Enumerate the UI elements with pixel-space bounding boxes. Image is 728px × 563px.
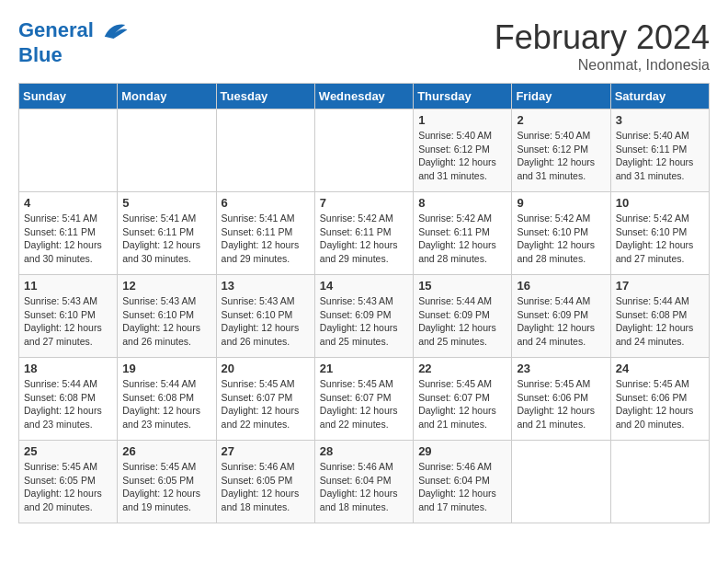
day-number: 25 [24,444,112,458]
calendar-cell [216,109,314,192]
day-info: Sunrise: 5:42 AM Sunset: 6:10 PM Dayligh… [517,212,605,266]
day-info: Sunrise: 5:44 AM Sunset: 6:08 PM Dayligh… [122,377,210,431]
day-info: Sunrise: 5:44 AM Sunset: 6:09 PM Dayligh… [517,294,605,349]
day-info: Sunrise: 5:45 AM Sunset: 6:07 PM Dayligh… [222,377,310,431]
logo: General Blue [18,18,129,66]
day-number: 20 [222,362,310,375]
calendar-cell: 20Sunrise: 5:45 AM Sunset: 6:07 PM Dayli… [216,358,314,441]
day-number: 15 [418,279,506,293]
day-info: Sunrise: 5:44 AM Sunset: 6:09 PM Dayligh… [418,294,506,349]
day-number: 14 [320,279,408,293]
day-info: Sunrise: 5:45 AM Sunset: 6:05 PM Dayligh… [122,460,210,514]
day-number: 9 [517,196,605,210]
day-info: Sunrise: 5:41 AM Sunset: 6:11 PM Dayligh… [24,212,112,266]
calendar-week-row: 18Sunrise: 5:44 AM Sunset: 6:08 PM Dayli… [19,358,710,441]
calendar-header-row: SundayMondayTuesdayWednesdayThursdayFrid… [19,84,710,109]
calendar-week-row: 11Sunrise: 5:43 AM Sunset: 6:10 PM Dayli… [19,275,710,358]
day-header-saturday: Saturday [610,84,709,109]
calendar-cell: 6Sunrise: 5:41 AM Sunset: 6:11 PM Daylig… [216,192,314,275]
day-info: Sunrise: 5:43 AM Sunset: 6:10 PM Dayligh… [24,294,112,349]
day-info: Sunrise: 5:40 AM Sunset: 6:12 PM Dayligh… [418,129,506,183]
day-number: 11 [24,279,112,293]
day-info: Sunrise: 5:42 AM Sunset: 6:11 PM Dayligh… [418,212,506,266]
day-number: 29 [418,444,506,458]
day-info: Sunrise: 5:43 AM Sunset: 6:10 PM Dayligh… [122,294,210,349]
day-number: 5 [122,196,210,210]
calendar-cell: 18Sunrise: 5:44 AM Sunset: 6:08 PM Dayli… [19,358,118,441]
day-info: Sunrise: 5:40 AM Sunset: 6:12 PM Dayligh… [517,129,605,183]
calendar-cell [314,109,413,192]
day-header-tuesday: Tuesday [216,84,314,109]
calendar-cell: 27Sunrise: 5:46 AM Sunset: 6:05 PM Dayli… [216,441,314,523]
calendar-cell: 22Sunrise: 5:45 AM Sunset: 6:07 PM Dayli… [414,358,512,441]
day-number: 13 [222,279,310,293]
day-header-wednesday: Wednesday [314,84,413,109]
day-info: Sunrise: 5:40 AM Sunset: 6:11 PM Dayligh… [616,129,704,183]
day-info: Sunrise: 5:42 AM Sunset: 6:10 PM Dayligh… [616,212,704,266]
calendar-cell: 26Sunrise: 5:45 AM Sunset: 6:05 PM Dayli… [118,441,216,523]
day-number: 28 [320,444,408,458]
calendar-cell [118,109,216,192]
day-number: 7 [320,196,408,210]
calendar-cell: 29Sunrise: 5:46 AM Sunset: 6:04 PM Dayli… [414,441,512,523]
day-number: 23 [517,362,605,375]
day-number: 19 [122,362,210,375]
calendar-cell: 21Sunrise: 5:45 AM Sunset: 6:07 PM Dayli… [314,358,413,441]
logo-text: General [18,18,129,44]
day-number: 2 [517,113,605,127]
calendar-cell: 14Sunrise: 5:43 AM Sunset: 6:09 PM Dayli… [314,275,413,358]
day-number: 22 [418,362,506,375]
day-number: 21 [320,362,408,375]
calendar-cell: 8Sunrise: 5:42 AM Sunset: 6:11 PM Daylig… [414,192,512,275]
calendar-cell: 11Sunrise: 5:43 AM Sunset: 6:10 PM Dayli… [19,275,118,358]
day-number: 24 [616,362,704,375]
day-number: 4 [24,196,112,210]
location-subtitle: Neonmat, Indonesia [495,57,710,74]
calendar-cell: 2Sunrise: 5:40 AM Sunset: 6:12 PM Daylig… [512,109,610,192]
day-info: Sunrise: 5:45 AM Sunset: 6:07 PM Dayligh… [418,377,506,431]
calendar-week-row: 1Sunrise: 5:40 AM Sunset: 6:12 PM Daylig… [19,109,710,192]
title-block: February 2024 Neonmat, Indonesia [495,18,710,74]
calendar-cell: 9Sunrise: 5:42 AM Sunset: 6:10 PM Daylig… [512,192,610,275]
day-number: 17 [616,279,704,293]
day-number: 1 [418,113,506,127]
calendar-cell: 7Sunrise: 5:42 AM Sunset: 6:11 PM Daylig… [314,192,413,275]
calendar-cell: 16Sunrise: 5:44 AM Sunset: 6:09 PM Dayli… [512,275,610,358]
day-number: 12 [122,279,210,293]
calendar-cell: 12Sunrise: 5:43 AM Sunset: 6:10 PM Dayli… [118,275,216,358]
day-number: 3 [616,113,704,127]
day-info: Sunrise: 5:41 AM Sunset: 6:11 PM Dayligh… [122,212,210,266]
page-header: General Blue February 2024 Neonmat, Indo… [18,18,710,74]
day-number: 10 [616,196,704,210]
logo-general: General [18,18,94,41]
day-info: Sunrise: 5:42 AM Sunset: 6:11 PM Dayligh… [320,212,408,266]
calendar-cell: 3Sunrise: 5:40 AM Sunset: 6:11 PM Daylig… [610,109,709,192]
day-info: Sunrise: 5:46 AM Sunset: 6:05 PM Dayligh… [222,460,310,514]
day-number: 8 [418,196,506,210]
day-number: 6 [222,196,310,210]
calendar-cell: 23Sunrise: 5:45 AM Sunset: 6:06 PM Dayli… [512,358,610,441]
day-info: Sunrise: 5:43 AM Sunset: 6:10 PM Dayligh… [222,294,310,349]
day-number: 18 [24,362,112,375]
day-info: Sunrise: 5:45 AM Sunset: 6:05 PM Dayligh… [24,460,112,514]
day-header-monday: Monday [118,84,216,109]
day-info: Sunrise: 5:44 AM Sunset: 6:08 PM Dayligh… [24,377,112,431]
calendar-cell: 17Sunrise: 5:44 AM Sunset: 6:08 PM Dayli… [610,275,709,358]
calendar-cell: 13Sunrise: 5:43 AM Sunset: 6:10 PM Dayli… [216,275,314,358]
day-info: Sunrise: 5:43 AM Sunset: 6:09 PM Dayligh… [320,294,408,349]
calendar-cell [610,441,709,523]
day-header-friday: Friday [512,84,610,109]
day-info: Sunrise: 5:44 AM Sunset: 6:08 PM Dayligh… [616,294,704,349]
day-info: Sunrise: 5:45 AM Sunset: 6:07 PM Dayligh… [320,377,408,431]
calendar-cell: 10Sunrise: 5:42 AM Sunset: 6:10 PM Dayli… [610,192,709,275]
day-header-thursday: Thursday [414,84,512,109]
calendar-week-row: 25Sunrise: 5:45 AM Sunset: 6:05 PM Dayli… [19,441,710,523]
calendar-cell: 4Sunrise: 5:41 AM Sunset: 6:11 PM Daylig… [19,192,118,275]
day-header-sunday: Sunday [19,84,118,109]
day-number: 27 [222,444,310,458]
day-info: Sunrise: 5:46 AM Sunset: 6:04 PM Dayligh… [418,460,506,514]
calendar-table: SundayMondayTuesdayWednesdayThursdayFrid… [18,83,710,523]
day-info: Sunrise: 5:46 AM Sunset: 6:04 PM Dayligh… [320,460,408,514]
calendar-cell: 15Sunrise: 5:44 AM Sunset: 6:09 PM Dayli… [414,275,512,358]
calendar-week-row: 4Sunrise: 5:41 AM Sunset: 6:11 PM Daylig… [19,192,710,275]
